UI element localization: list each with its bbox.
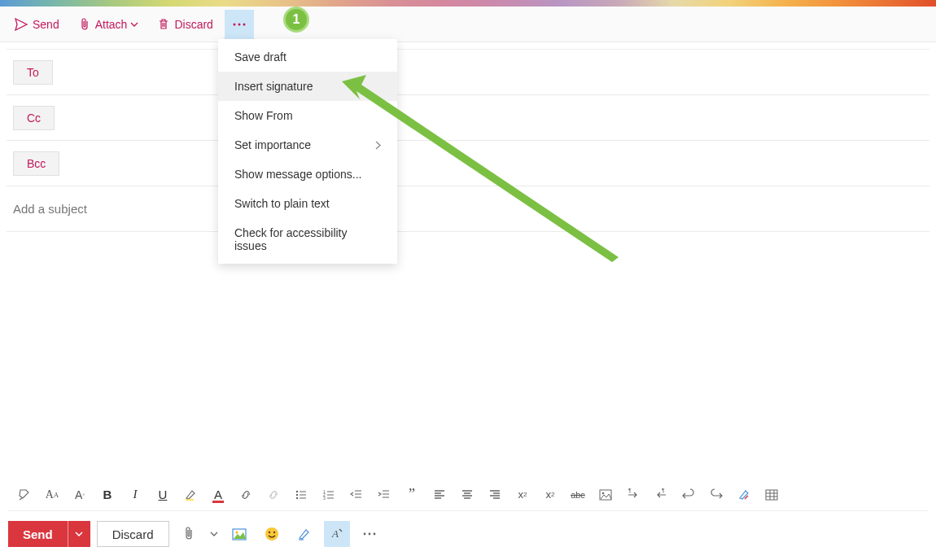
bcc-button[interactable]: Bcc bbox=[13, 151, 59, 176]
unlink-icon[interactable] bbox=[260, 482, 286, 508]
rtl-icon[interactable]: ¶ bbox=[648, 482, 674, 508]
send-dropdown-button[interactable] bbox=[68, 521, 90, 547]
numbers-icon[interactable]: 123 bbox=[316, 482, 342, 508]
subscript-icon[interactable]: x2 bbox=[537, 482, 563, 508]
menu-message-options[interactable]: Show message options... bbox=[218, 160, 397, 189]
superscript-icon[interactable]: x2 bbox=[510, 482, 536, 508]
subject-input[interactable] bbox=[13, 202, 923, 216]
menu-set-importance[interactable]: Set importance bbox=[218, 130, 397, 160]
svg-rect-5 bbox=[212, 501, 224, 503]
italic-button[interactable]: I bbox=[122, 482, 148, 508]
align-left-icon[interactable] bbox=[426, 482, 453, 508]
bcc-input[interactable] bbox=[59, 141, 923, 186]
font-size-icon[interactable]: A◦ bbox=[67, 482, 93, 508]
attach-icon bbox=[79, 18, 90, 31]
svg-text:¶: ¶ bbox=[662, 488, 665, 493]
svg-point-2 bbox=[243, 23, 245, 25]
svg-point-7 bbox=[296, 493, 298, 495]
discard-label: Discard bbox=[174, 18, 212, 31]
more-icon-bottom[interactable] bbox=[356, 521, 383, 547]
bcc-row: Bcc bbox=[7, 141, 929, 186]
attach-label: Attach bbox=[95, 18, 128, 31]
insert-inline-picture-icon[interactable] bbox=[226, 521, 252, 547]
annotation-badge-1: 1 bbox=[283, 7, 309, 33]
svg-point-6 bbox=[296, 490, 298, 492]
ltr-icon[interactable]: ¶ bbox=[620, 482, 646, 508]
send-icon bbox=[15, 18, 28, 31]
align-center-icon[interactable] bbox=[454, 482, 480, 508]
svg-point-19 bbox=[265, 527, 278, 540]
svg-rect-4 bbox=[186, 499, 194, 501]
bullets-icon[interactable] bbox=[288, 482, 314, 508]
redo-icon[interactable] bbox=[703, 482, 729, 508]
format-toolbar: AA A◦ B I U A 123 ” x2 x2 abc ¶ ¶ bbox=[8, 479, 928, 511]
more-actions-button[interactable] bbox=[225, 10, 254, 39]
table-icon[interactable] bbox=[759, 482, 785, 508]
compose-toolbar: Send Attach Discard bbox=[0, 7, 936, 42]
message-body[interactable] bbox=[7, 232, 929, 460]
attach-icon-bottom[interactable] bbox=[176, 521, 202, 547]
menu-plain-text[interactable]: Switch to plain text bbox=[218, 189, 397, 218]
menu-accessibility[interactable]: Check for accessibility issues bbox=[218, 218, 397, 260]
cc-row: Cc bbox=[7, 95, 929, 141]
action-toolbar: Send Discard A bbox=[8, 518, 928, 550]
menu-show-from[interactable]: Show From bbox=[218, 101, 397, 130]
svg-text:A: A bbox=[331, 527, 339, 540]
menu-insert-signature[interactable]: Insert signature bbox=[218, 72, 397, 101]
font-color-icon[interactable]: A bbox=[205, 482, 231, 508]
attach-dropdown-icon[interactable] bbox=[208, 521, 220, 547]
cc-input[interactable] bbox=[55, 95, 923, 140]
undo-icon[interactable] bbox=[676, 482, 702, 508]
cc-button[interactable]: Cc bbox=[13, 106, 55, 130]
show-format-toolbar-icon[interactable]: A bbox=[324, 521, 350, 547]
ellipsis-icon bbox=[233, 23, 246, 26]
to-button[interactable]: To bbox=[13, 60, 53, 85]
send-button[interactable]: Send bbox=[7, 10, 68, 39]
to-input[interactable] bbox=[53, 50, 923, 94]
chevron-down-icon bbox=[75, 532, 83, 536]
discard-button[interactable]: Discard bbox=[150, 10, 221, 39]
svg-point-13 bbox=[602, 492, 605, 494]
svg-point-23 bbox=[363, 533, 365, 536]
discard-button-bottom[interactable]: Discard bbox=[97, 521, 169, 547]
svg-text:3: 3 bbox=[323, 496, 326, 501]
send-button-bottom[interactable]: Send bbox=[8, 521, 68, 547]
underline-button[interactable]: U bbox=[150, 482, 176, 508]
compose-form: To Cc Bcc bbox=[7, 49, 929, 460]
to-row: To bbox=[7, 50, 929, 95]
send-label: Send bbox=[33, 18, 59, 31]
svg-point-8 bbox=[296, 497, 298, 498]
attach-button[interactable]: Attach bbox=[71, 10, 147, 39]
svg-point-20 bbox=[268, 532, 269, 533]
insert-picture-icon[interactable] bbox=[593, 482, 619, 508]
svg-point-18 bbox=[235, 531, 238, 533]
svg-text:¶: ¶ bbox=[628, 488, 632, 493]
clear-format-icon[interactable] bbox=[731, 482, 757, 508]
send-split-button[interactable]: Send bbox=[8, 521, 90, 547]
highlight-icon[interactable] bbox=[177, 482, 203, 508]
indent-icon[interactable] bbox=[371, 482, 397, 508]
chevron-right-icon bbox=[375, 141, 381, 150]
trash-icon bbox=[158, 18, 169, 31]
color-accent-bar bbox=[0, 0, 936, 7]
svg-point-24 bbox=[368, 533, 370, 536]
chevron-down-icon bbox=[130, 22, 138, 27]
emoji-icon[interactable] bbox=[259, 521, 285, 547]
more-actions-menu: Save draft Insert signature Show From Se… bbox=[218, 39, 397, 264]
font-face-icon[interactable]: AA bbox=[39, 482, 65, 508]
svg-point-21 bbox=[273, 532, 274, 533]
subject-row bbox=[7, 186, 929, 232]
signature-icon[interactable] bbox=[291, 521, 317, 547]
quote-icon[interactable]: ” bbox=[399, 482, 425, 508]
bold-button[interactable]: B bbox=[94, 482, 120, 508]
svg-point-0 bbox=[233, 23, 235, 25]
align-right-icon[interactable] bbox=[482, 482, 508, 508]
svg-rect-16 bbox=[766, 490, 777, 500]
menu-save-draft[interactable]: Save draft bbox=[218, 42, 397, 72]
svg-point-1 bbox=[238, 23, 240, 25]
svg-point-25 bbox=[373, 533, 375, 536]
outdent-icon[interactable] bbox=[343, 482, 370, 508]
link-icon[interactable] bbox=[233, 482, 259, 508]
strikethrough-icon[interactable]: abc bbox=[565, 482, 591, 508]
paint-format-icon[interactable] bbox=[11, 482, 37, 508]
